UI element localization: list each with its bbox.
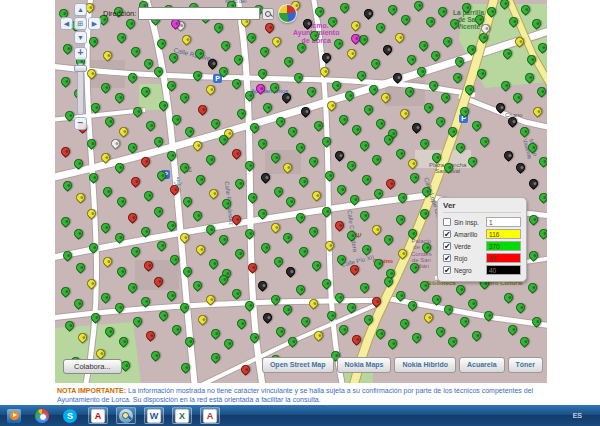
map-marker-green[interactable] [499, 79, 512, 92]
map-marker-red[interactable] [333, 219, 346, 232]
map-marker-green[interactable] [139, 225, 152, 238]
map-marker-green[interactable] [243, 299, 256, 312]
map-marker-green[interactable] [63, 319, 76, 332]
map-marker-green[interactable] [272, 255, 285, 268]
map-marker-green[interactable] [345, 159, 358, 172]
basemap-button-nokia-híbrido[interactable]: Nokia Híbrido [394, 357, 456, 373]
map-marker-yellow[interactable] [117, 125, 130, 138]
map-marker-green[interactable] [89, 101, 102, 114]
map-marker-green[interactable] [248, 331, 261, 344]
map-marker-yellow[interactable] [207, 187, 220, 200]
map-marker-green[interactable] [256, 67, 269, 80]
map-marker-green[interactable] [155, 239, 168, 252]
map-marker-yellow[interactable] [99, 151, 112, 164]
map-marker-green[interactable] [152, 205, 165, 218]
map-marker-red[interactable] [152, 275, 165, 288]
map-marker-green[interactable] [281, 231, 294, 244]
map-marker-red[interactable] [239, 363, 252, 376]
map-marker-yellow[interactable] [393, 31, 406, 44]
map-marker-green[interactable] [207, 257, 220, 270]
map-marker-green[interactable] [258, 45, 271, 58]
map-marker-green[interactable] [372, 257, 385, 270]
map-marker-green[interactable] [297, 245, 310, 258]
map-marker-green[interactable] [530, 315, 543, 328]
map-marker-green[interactable] [165, 289, 178, 302]
map-marker-yellow[interactable] [101, 49, 114, 62]
map-marker-green[interactable] [230, 77, 243, 90]
map-marker-black[interactable] [381, 43, 394, 56]
map-marker-green[interactable] [330, 79, 343, 92]
map-marker-yellow[interactable] [531, 105, 544, 118]
map-marker-green[interactable] [209, 117, 222, 130]
map-marker-green[interactable] [219, 39, 232, 52]
map-viewport[interactable]: Excmo. Ayuntamiento de LorcaLa parrilla … [55, 0, 547, 383]
map-marker-green[interactable] [286, 335, 299, 348]
map-marker-green[interactable] [333, 291, 346, 304]
map-marker-green[interactable] [360, 243, 373, 256]
map-marker-green[interactable] [506, 323, 519, 336]
map-marker-green[interactable] [460, 1, 473, 14]
map-marker-yellow[interactable] [94, 347, 107, 360]
pan-center-button[interactable]: ⊞ [74, 17, 87, 30]
map-marker-green[interactable] [335, 253, 348, 266]
map-marker-yellow[interactable] [325, 99, 338, 112]
map-marker-green[interactable] [165, 79, 178, 92]
map-marker-green[interactable] [139, 85, 152, 98]
map-marker-green[interactable] [292, 71, 305, 84]
map-marker-green[interactable] [129, 45, 142, 58]
map-marker-green[interactable] [337, 113, 350, 126]
map-marker-green[interactable] [374, 117, 387, 130]
map-marker-yellow[interactable] [204, 83, 217, 96]
map-marker-yellow[interactable] [398, 107, 411, 120]
map-marker-green[interactable] [436, 5, 449, 18]
map-marker-green[interactable] [220, 197, 233, 210]
map-marker-green[interactable] [313, 5, 326, 18]
map-marker-green[interactable] [394, 147, 407, 160]
map-marker-green[interactable] [345, 229, 358, 242]
word-icon[interactable]: W [144, 407, 164, 424]
map-marker-green[interactable] [115, 265, 128, 278]
map-marker-green[interactable] [243, 89, 256, 102]
map-marker-green[interactable] [358, 209, 371, 222]
map-marker-green[interactable] [72, 227, 85, 240]
map-marker-green[interactable] [294, 283, 307, 296]
map-marker-green[interactable] [463, 83, 476, 96]
map-marker-yellow[interactable] [422, 311, 435, 324]
map-marker-green[interactable] [418, 207, 431, 220]
map-marker-green[interactable] [372, 187, 385, 200]
map-marker-yellow[interactable] [406, 157, 419, 170]
map-marker-green[interactable] [424, 15, 437, 28]
map-marker-green[interactable] [345, 301, 358, 314]
map-marker-green[interactable] [442, 161, 455, 174]
map-marker-green[interactable] [299, 315, 312, 328]
map-marker-green[interactable] [465, 43, 478, 56]
map-marker-green[interactable] [418, 279, 431, 292]
map-marker-green[interactable] [369, 57, 382, 70]
map-marker-green[interactable] [439, 91, 452, 104]
map-marker-green[interactable] [418, 137, 431, 150]
map-marker-green[interactable] [209, 351, 222, 364]
map-marker-green[interactable] [232, 53, 245, 66]
map-marker-green[interactable] [256, 207, 269, 220]
map-marker-green[interactable] [286, 125, 299, 138]
map-marker-green[interactable] [335, 183, 348, 196]
map-marker-green[interactable] [430, 293, 443, 306]
zoom-in-button[interactable]: + [74, 47, 87, 60]
map-marker-green[interactable] [523, 71, 536, 84]
map-marker-green[interactable] [178, 161, 191, 174]
map-marker-green[interactable] [305, 85, 318, 98]
map-marker-green[interactable] [99, 291, 112, 304]
map-marker-black[interactable] [256, 279, 269, 292]
map-marker-green[interactable] [113, 231, 126, 244]
map-marker-green[interactable] [191, 69, 204, 82]
map-marker-green[interactable] [126, 281, 139, 294]
map-marker-black[interactable] [502, 149, 515, 162]
map-marker-green[interactable] [152, 135, 165, 148]
map-marker-green[interactable] [332, 37, 345, 50]
map-marker-green[interactable] [412, 0, 425, 12]
map-marker-red[interactable] [350, 333, 363, 346]
map-marker-green[interactable] [204, 153, 217, 166]
map-marker-green[interactable] [466, 297, 479, 310]
map-marker-red[interactable] [196, 103, 209, 116]
basemap-button-tóner[interactable]: Tóner [508, 357, 543, 373]
